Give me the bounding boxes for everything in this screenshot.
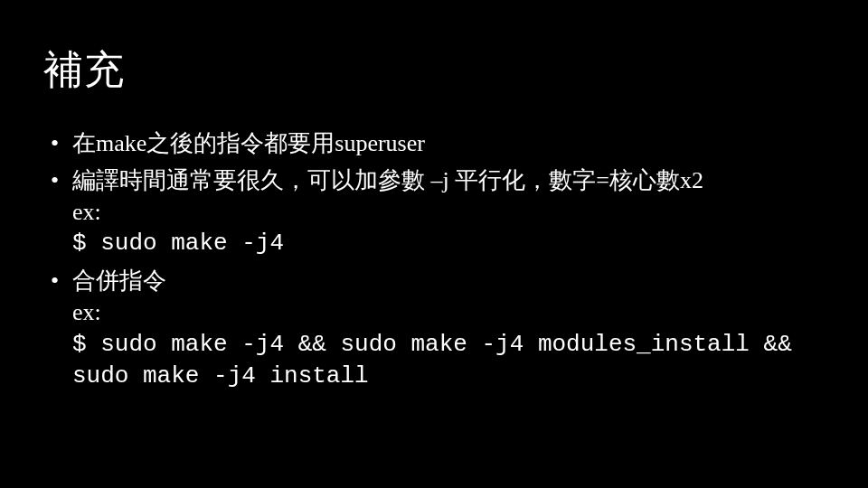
bullet-text: 在make之後的指令都要用superuser	[72, 127, 828, 159]
bullet-item: 合併指令 ex: $ sudo make -j4 && sudo make -j…	[49, 265, 828, 391]
bullet-list: 在make之後的指令都要用superuser 編譯時間通常要很久，可以加參數 –…	[40, 127, 828, 392]
slide: 補充 在make之後的指令都要用superuser 編譯時間通常要很久，可以加參…	[0, 0, 868, 488]
slide-title: 補充	[43, 43, 828, 97]
bullet-text: ex:	[72, 196, 828, 228]
code-line: $ sudo make -j4	[72, 228, 828, 259]
bullet-item: 在make之後的指令都要用superuser	[49, 127, 828, 159]
bullet-text: ex:	[72, 296, 828, 328]
bullet-text: 編譯時間通常要很久，可以加參數 –j 平行化，數字=核心數x2	[72, 164, 828, 196]
bullet-item: 編譯時間通常要很久，可以加參數 –j 平行化，數字=核心數x2 ex: $ su…	[49, 164, 828, 259]
bullet-text: 合併指令	[72, 265, 828, 296]
code-line: $ sudo make -j4 && sudo make -j4 modules…	[72, 329, 828, 392]
